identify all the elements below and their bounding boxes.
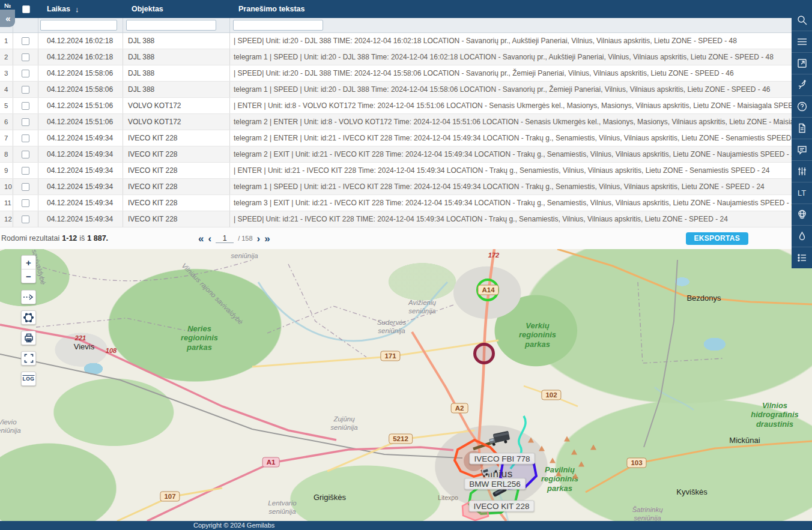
row-time: 04.12.2024 15:51:06 xyxy=(38,114,123,130)
sort-desc-icon[interactable]: ↓ xyxy=(75,5,79,14)
vehicle-label[interactable]: IVECO FBI 778 xyxy=(469,453,535,465)
table-row[interactable]: 2 04.12.2024 16:02:18 DJL 388 telegram 1… xyxy=(0,49,792,65)
page-number-input[interactable] xyxy=(216,234,234,243)
vehicle-label[interactable]: IVECO KIT 228 xyxy=(469,501,535,512)
row-number: 3 xyxy=(0,65,13,81)
event-marker-maroon[interactable] xyxy=(475,345,494,363)
row-time: 04.12.2024 15:58:06 xyxy=(38,65,123,81)
print-button[interactable] xyxy=(21,331,36,345)
row-checkbox[interactable] xyxy=(22,134,29,142)
language-switch[interactable]: LT xyxy=(792,182,812,203)
pager: « ‹ / 158 › » xyxy=(198,227,270,249)
row-object: IVECO KIT 228 xyxy=(123,211,230,227)
row-checkbox[interactable] xyxy=(22,70,29,77)
row-object: DJL 388 xyxy=(123,65,230,81)
row-checkbox[interactable] xyxy=(22,53,29,61)
droplet-icon[interactable] xyxy=(792,225,812,247)
row-checkbox[interactable] xyxy=(22,118,29,126)
first-page-button[interactable]: « xyxy=(198,233,204,244)
satellite-icon[interactable] xyxy=(792,74,812,95)
menu-icon[interactable] xyxy=(792,31,812,52)
row-number: 12 xyxy=(0,211,13,227)
track-arrow-button[interactable] xyxy=(21,290,36,304)
table-row[interactable]: 6 04.12.2024 15:51:06 VOLVO KOT172 teleg… xyxy=(0,114,792,130)
table-body: 1 04.12.2024 16:02:18 DJL 388 | SPEED| U… xyxy=(0,33,792,227)
table-row[interactable]: 11 04.12.2024 15:49:34 IVECO KIT 228 tel… xyxy=(0,195,792,211)
row-number: 4 xyxy=(0,82,13,97)
row-checkbox[interactable] xyxy=(22,183,29,191)
time-filter-input[interactable] xyxy=(40,20,117,31)
row-checkbox[interactable] xyxy=(22,102,29,110)
filters-icon[interactable] xyxy=(792,160,812,182)
row-time: 04.12.2024 16:02:18 xyxy=(38,49,123,65)
row-message: telegram 2 | ENTER | Unit: id:21 - IVECO… xyxy=(230,130,792,146)
help-icon[interactable] xyxy=(792,95,812,117)
table-row[interactable]: 10 04.12.2024 15:49:34 IVECO KIT 228 tel… xyxy=(0,179,792,195)
row-checkbox[interactable] xyxy=(22,151,29,158)
table-row[interactable]: 4 04.12.2024 15:58:06 DJL 388 telegram 1… xyxy=(0,82,792,98)
table-row[interactable]: 8 04.12.2024 15:49:34 IVECO KIT 228 tele… xyxy=(0,146,792,163)
row-checkbox[interactable] xyxy=(22,86,29,94)
messages-table: № Laikas↓ Objektas Pranešimo tekstas 1 0… xyxy=(0,0,792,227)
next-page-button[interactable]: › xyxy=(257,233,261,244)
map-canvas[interactable]: Neries regioninis parkasVerkių regionini… xyxy=(0,249,812,521)
collapse-panel-button[interactable]: « xyxy=(0,10,15,27)
filter-row xyxy=(0,18,792,33)
row-object: DJL 388 xyxy=(123,49,230,65)
zoom-out-button[interactable]: − xyxy=(22,270,35,283)
column-header-object[interactable]: Objektas xyxy=(123,5,230,13)
row-message: | SPEED| Unit: id:21 - IVECO KIT 228 TIM… xyxy=(230,211,792,227)
row-object: IVECO KIT 228 xyxy=(123,163,230,178)
table-row[interactable]: 12 04.12.2024 15:49:34 IVECO KIT 228 | S… xyxy=(0,211,792,227)
search-icon[interactable] xyxy=(792,9,812,31)
fullscreen-button[interactable] xyxy=(21,351,36,366)
page-total: / 158 xyxy=(238,235,252,242)
last-page-button[interactable]: » xyxy=(264,233,270,244)
row-number: 7 xyxy=(0,130,13,146)
results-summary: Rodomi rezultatai 1-12 iš 1 887. xyxy=(1,227,108,249)
export-button[interactable]: EKSPORTAS xyxy=(686,232,749,245)
vehicle-label[interactable]: BMW ERL256 xyxy=(464,478,526,490)
table-row[interactable]: 5 04.12.2024 15:51:06 VOLVO KOT172 | ENT… xyxy=(0,98,792,114)
row-number: 8 xyxy=(0,146,13,162)
column-header-message[interactable]: Pranešimo tekstas xyxy=(230,5,792,13)
select-all-checkbox[interactable] xyxy=(22,5,30,13)
row-number: 10 xyxy=(0,179,13,194)
row-number: 6 xyxy=(0,114,13,130)
column-header-time[interactable]: Laikas↓ xyxy=(38,5,123,14)
row-time: 04.12.2024 15:49:34 xyxy=(38,163,123,178)
row-message: telegram 2 | EXIT | Unit: id:21 - IVECO … xyxy=(230,146,792,162)
list-icon[interactable] xyxy=(792,247,812,268)
prev-page-button[interactable]: ‹ xyxy=(208,233,211,244)
row-object: DJL 388 xyxy=(123,82,230,97)
globe-icon[interactable] xyxy=(792,203,812,225)
row-time: 04.12.2024 15:49:34 xyxy=(38,195,123,211)
zoom-in-button[interactable]: + xyxy=(22,256,35,270)
row-message: | ENTER | Unit: id:8 - VOLVO KOT172 Time… xyxy=(230,98,792,113)
row-time: 04.12.2024 15:49:34 xyxy=(38,146,123,162)
row-checkbox[interactable] xyxy=(22,215,29,223)
draw-polygon-button[interactable] xyxy=(21,310,36,325)
copyright-text: Copyright © 2024 Gemilabs xyxy=(193,521,274,530)
row-message: | ENTER | Unit: id:21 - IVECO KIT 228 Ti… xyxy=(230,163,792,178)
log-button[interactable]: LOG xyxy=(21,372,36,386)
message-filter-input[interactable] xyxy=(233,20,323,31)
object-filter-input[interactable] xyxy=(126,20,216,31)
open-window-icon[interactable] xyxy=(792,52,812,74)
row-object: DJL 388 xyxy=(123,33,230,49)
row-number: 9 xyxy=(0,163,13,178)
table-row[interactable]: 1 04.12.2024 16:02:18 DJL 388 | SPEED| U… xyxy=(0,33,792,49)
document-icon[interactable] xyxy=(792,117,812,139)
column-header-number: № xyxy=(0,0,13,9)
table-row[interactable]: 9 04.12.2024 15:49:34 IVECO KIT 228 | EN… xyxy=(0,163,792,179)
right-toolbar: LT xyxy=(792,0,812,268)
row-checkbox[interactable] xyxy=(22,37,29,45)
row-object: IVECO KIT 228 xyxy=(123,179,230,194)
table-row[interactable]: 7 04.12.2024 15:49:34 IVECO KIT 228 tele… xyxy=(0,130,792,146)
map-roads-layer xyxy=(0,249,812,521)
row-checkbox[interactable] xyxy=(22,167,29,175)
table-row[interactable]: 3 04.12.2024 15:58:06 DJL 388 | SPEED| U… xyxy=(0,65,792,82)
row-checkbox[interactable] xyxy=(22,199,29,207)
chat-icon[interactable] xyxy=(792,139,812,160)
select-all-cell xyxy=(13,5,38,13)
